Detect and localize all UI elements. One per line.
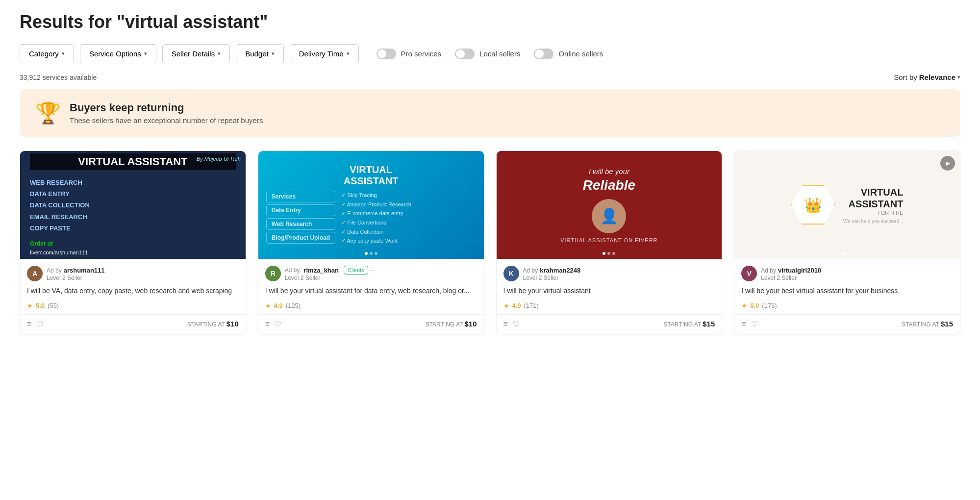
card-seller-4: V Ad byvirtualgirl2010 Level 2 Seller (741, 266, 953, 281)
heart-icon[interactable]: ♡ (751, 320, 758, 329)
sort-button[interactable]: Sort by Relevance ▾ (894, 73, 960, 81)
play-button[interactable]: ▶ (940, 156, 955, 171)
chevron-down-icon: ▾ (144, 50, 147, 57)
delivery-time-filter[interactable]: Delivery Time ▾ (290, 44, 359, 63)
heart-icon[interactable]: ♡ (275, 320, 281, 329)
seller-info-3: Ad bykrahman2248 Level 2 Seller (523, 266, 715, 281)
page-title: Results for "virtual assistant" (20, 12, 960, 32)
seller-info-2: Ad by rimza_khan Clients ··· Level 2 Sel… (285, 266, 477, 281)
card-body-2: R Ad by rimza_khan Clients ··· Level 2 S… (258, 259, 484, 314)
rating-count-2: (125) (286, 302, 301, 309)
service-options-filter[interactable]: Service Options ▾ (80, 44, 156, 63)
avatar-3: K (503, 266, 519, 281)
card-actions-3: ≡ ♡ (503, 320, 520, 329)
card-body-3: K Ad bykrahman2248 Level 2 Seller I will… (497, 259, 722, 314)
star-icon: ★ (503, 302, 509, 309)
rating-count-4: (173) (762, 302, 777, 309)
star-icon: ★ (265, 302, 271, 309)
local-sellers-toggle-group: Local sellers (455, 49, 520, 59)
card-actions-2: ≡ ♡ (265, 320, 281, 329)
toggles-group: Pro services Local sellers Online seller… (377, 49, 603, 59)
heart-icon[interactable]: ♡ (36, 320, 43, 329)
category-filter[interactable]: Category ▾ (20, 44, 74, 63)
price-2: $10 (464, 320, 477, 328)
pro-services-toggle[interactable] (377, 49, 396, 59)
seller-name-1: arshuman111 (64, 267, 105, 274)
sort-value: Relevance (919, 73, 955, 81)
promo-title: Buyers keep returning (70, 101, 265, 114)
local-sellers-toggle[interactable] (455, 49, 475, 59)
rating-value-2: 4.9 (274, 302, 283, 309)
gig-card-4[interactable]: 👑 VIRTUALASSISTANT FOR HIRE We can help … (734, 150, 960, 334)
va-list-1: WEB RESEARCH DATA ENTRY DATA COLLECTION … (30, 177, 90, 234)
card-footer-2: ≡ ♡ STARTING AT $10 (258, 314, 484, 334)
card-title-1: I will be VA, data entry, copy paste, we… (27, 286, 239, 296)
price-3: $15 (703, 320, 715, 328)
image-dots-4 (843, 252, 851, 255)
card-footer-4: ≡ ♡ STARTING AT $15 (734, 314, 960, 334)
clients-badge: Clients (344, 266, 368, 275)
card-footer-3: ≡ ♡ STARTING AT $15 (497, 314, 722, 334)
seller-details-filter[interactable]: Seller Details ▾ (162, 44, 230, 63)
star-icon: ★ (741, 302, 747, 309)
card-title-2: I will be your virtual assistant for dat… (265, 286, 477, 296)
seller-level-2: Level 2 Seller (285, 275, 477, 281)
card-image-2: VIRTUALASSISTANT Services Data Entry Web… (258, 151, 484, 259)
promo-subtitle: These sellers have an exceptional number… (70, 116, 265, 125)
seller-level-4: Level 2 Seller (761, 275, 953, 281)
card-seller-3: K Ad bykrahman2248 Level 2 Seller (503, 266, 715, 281)
trophy-icon: 🏆 (35, 101, 61, 125)
promo-banner: 🏆 Buyers keep returning These sellers ha… (20, 89, 960, 137)
card-body-4: V Ad byvirtualgirl2010 Level 2 Seller I … (734, 259, 960, 314)
results-count: 33,912 services available (20, 74, 97, 81)
price-group-1: STARTING AT $10 (187, 320, 239, 328)
online-sellers-toggle-group: Online sellers (534, 49, 603, 59)
seller-name-4: virtualgirl2010 (778, 267, 821, 274)
price-group-3: STARTING AT $15 (663, 320, 715, 328)
menu-icon[interactable]: ≡ (503, 320, 508, 328)
more-options-icon[interactable]: ··· (370, 266, 376, 274)
heart-icon[interactable]: ♡ (513, 320, 520, 329)
chevron-down-icon: ▾ (957, 74, 960, 80)
card-body-1: A Ad byarshuman111 Level 2 Seller I will… (20, 259, 246, 314)
menu-icon[interactable]: ≡ (265, 320, 270, 328)
image-dots-3 (603, 252, 615, 255)
card-thumbnail-3: I will be your Reliable 👤 VIRTUAL ASSIST… (497, 151, 722, 259)
seller-level-3: Level 2 Seller (523, 275, 715, 281)
budget-filter[interactable]: Budget ▾ (236, 44, 284, 63)
page-container: Results for "virtual assistant" Category… (0, 0, 980, 346)
online-sellers-label: Online sellers (558, 50, 603, 58)
card-image-4: 👑 VIRTUALASSISTANT FOR HIRE We can help … (734, 151, 960, 259)
seller-name-3: krahman2248 (540, 267, 580, 274)
menu-icon[interactable]: ≡ (27, 320, 31, 328)
rating-value-1: 5.0 (36, 302, 45, 309)
card-rating-2: ★ 4.9 (125) (265, 299, 477, 309)
seller-name-2: rimza_khan (303, 267, 339, 274)
pro-services-label: Pro services (401, 50, 442, 58)
card-title-3: I will be your virtual assistant (503, 286, 715, 296)
chevron-down-icon: ▾ (62, 50, 65, 57)
card-thumbnail-2: VIRTUALASSISTANT Services Data Entry Web… (258, 151, 484, 259)
card-image-1: VIRTUAL ASSISTANT WEB RESEARCH DATA ENTR… (20, 151, 246, 259)
card-seller-2: R Ad by rimza_khan Clients ··· Level 2 S… (265, 266, 477, 281)
filters-bar: Category ▾ Service Options ▾ Seller Deta… (20, 44, 960, 63)
card-thumbnail-4: 👑 VIRTUALASSISTANT FOR HIRE We can help … (734, 151, 960, 259)
chevron-down-icon: ▾ (347, 50, 350, 57)
card-footer-1: ≡ ♡ STARTING AT $10 (20, 314, 246, 334)
image-dots-2 (365, 252, 377, 255)
seller-info-4: Ad byvirtualgirl2010 Level 2 Seller (761, 266, 953, 281)
local-sellers-label: Local sellers (479, 50, 520, 58)
rating-count-3: (171) (524, 302, 539, 309)
card-rating-1: ★ 5.0 (55) (27, 299, 239, 309)
price-group-2: STARTING AT $10 (426, 320, 477, 328)
online-sellers-toggle[interactable] (534, 49, 553, 59)
gig-card-3[interactable]: I will be your Reliable 👤 VIRTUAL ASSIST… (496, 150, 723, 334)
chevron-down-icon: ▾ (272, 50, 275, 57)
cards-grid: VIRTUAL ASSISTANT WEB RESEARCH DATA ENTR… (20, 150, 960, 334)
card-actions-4: ≡ ♡ (741, 320, 757, 329)
menu-icon[interactable]: ≡ (741, 320, 746, 328)
price-1: $10 (226, 320, 239, 328)
card-title-4: I will be your best virtual assistant fo… (741, 286, 953, 296)
gig-card-1[interactable]: VIRTUAL ASSISTANT WEB RESEARCH DATA ENTR… (20, 150, 246, 334)
gig-card-2[interactable]: VIRTUALASSISTANT Services Data Entry Web… (258, 150, 484, 334)
